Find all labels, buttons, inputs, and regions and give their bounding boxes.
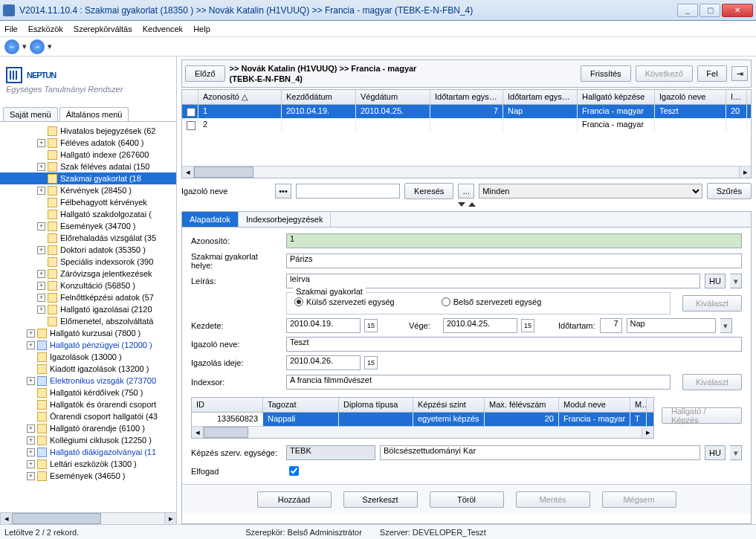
tree-item[interactable]: Hallgató szakdolgozatai (: [0, 208, 176, 220]
pin-button[interactable]: ⇥: [731, 66, 748, 81]
tree-item[interactable]: +Hallgató órarendje (6100 ): [0, 422, 176, 434]
tree-item[interactable]: Hallgatók és órarendi csoport: [0, 398, 176, 410]
grid-scroll-right-icon[interactable]: ▸: [739, 167, 751, 178]
column-header[interactable]: Kezdődátum: [282, 90, 356, 104]
tree-item[interactable]: +Záróvizsga jelentkezések: [0, 268, 176, 280]
radio-belso[interactable]: Belső szervezeti egység: [442, 297, 542, 306]
tree-item[interactable]: Igazolások (13000 ): [0, 351, 176, 363]
hallgato-kepzes-button[interactable]: Hallgató / Képzés: [662, 407, 742, 424]
search-more-button[interactable]: ...: [458, 184, 474, 199]
field-vege[interactable]: 2010.04.25.: [443, 318, 517, 333]
menu-roleswitch[interactable]: Szerepkörváltás: [74, 25, 132, 33]
search-field-picker[interactable]: •••: [275, 184, 291, 199]
field-idotartam-unit[interactable]: Nap: [627, 318, 716, 333]
idotartam-unit-dropdown[interactable]: ▾: [720, 318, 732, 333]
nav-back-button[interactable]: ←: [4, 39, 19, 54]
nav-forward-dropdown[interactable]: ▾: [46, 42, 54, 51]
scope-select[interactable]: Minden: [479, 184, 702, 199]
tree-item[interactable]: Szakmai gyakorlat (18: [0, 172, 176, 184]
tree-item[interactable]: Előrehaladás vizsgálat (35: [0, 232, 176, 244]
tree-item[interactable]: +Hallgató igazolásai (2120: [0, 303, 176, 315]
tree-item[interactable]: +Kérvények (28450 ): [0, 184, 176, 196]
tree-item[interactable]: +Konzultáció (56850 ): [0, 280, 176, 291]
tree-item[interactable]: +Elektronikus vizsgák (273700: [0, 375, 176, 387]
column-header[interactable]: ID: [192, 398, 263, 412]
records-grid[interactable]: Azonosító △KezdődátumVégdátumIdőtartam e…: [181, 89, 752, 178]
checkbox-elfogad[interactable]: [289, 466, 299, 476]
tree-item[interactable]: Hallgató indexe (267600: [0, 149, 176, 161]
tab-indexsorbejegyzesek[interactable]: Indexsorbejegyzések: [239, 212, 331, 227]
tree-item[interactable]: +Események (34700 ): [0, 220, 176, 232]
tab-general-menu[interactable]: Általános menü: [59, 107, 129, 121]
search-input[interactable]: [296, 184, 400, 199]
date-icon-kezdete[interactable]: 15: [364, 319, 378, 332]
radio-kulso[interactable]: Külső szervezeti egység: [294, 297, 395, 306]
field-hely[interactable]: Párizs: [286, 254, 742, 268]
tree-item[interactable]: Hallgatói kérdőívek (750 ): [0, 387, 176, 398]
tree-item[interactable]: +Leltári eszközök (1300 ): [0, 458, 176, 470]
lang-dropdown[interactable]: ▾: [730, 274, 742, 288]
tree-item[interactable]: +Doktori adatok (35350 ): [0, 244, 176, 256]
tree-item[interactable]: +Hallgató diákigazolványai (11: [0, 446, 176, 458]
tree-item[interactable]: +Felnőttképzési adatok (57: [0, 291, 176, 303]
table-row[interactable]: 12010.04.19.2010.04.25.7NapFrancia - mag…: [182, 105, 751, 118]
tree-item[interactable]: +Kollégiumi ciklusok (12250 ): [0, 434, 176, 446]
subgrid-scroll-left-icon[interactable]: ◂: [192, 427, 204, 438]
indexsor-grid[interactable]: IDTagozatDiploma típusaKépzési szintMax.…: [191, 397, 654, 439]
minimize-button[interactable]: _: [677, 4, 698, 17]
cancel-button[interactable]: Mégsem: [602, 491, 676, 508]
field-azonosito[interactable]: 1: [286, 233, 742, 248]
add-button[interactable]: Hozzáad: [257, 491, 332, 508]
edit-button[interactable]: Szerkeszt: [343, 491, 418, 508]
tree-item[interactable]: +Szak féléves adatai (150: [0, 161, 176, 172]
up-button[interactable]: Fel: [697, 65, 727, 82]
column-header[interactable]: Igazoló neve: [655, 90, 726, 104]
tab-alapadatok[interactable]: Alapadatok: [182, 212, 239, 227]
menu-tools[interactable]: Eszközök: [28, 25, 63, 33]
nav-forward-button[interactable]: →: [30, 39, 45, 54]
column-header[interactable]: Hallgató képzése: [578, 90, 655, 104]
column-header[interactable]: M: [630, 398, 647, 412]
field-idotartam[interactable]: 7: [600, 318, 622, 333]
search-button[interactable]: Keresés: [404, 183, 453, 199]
nav-back-dropdown[interactable]: ▾: [21, 42, 28, 51]
field-igazolasideje[interactable]: 2010.04.26.: [286, 355, 361, 370]
column-header[interactable]: Képzési szint: [413, 398, 485, 412]
field-leiras[interactable]: leírva: [286, 274, 700, 288]
next-button[interactable]: Következő: [636, 65, 693, 82]
field-igazolo[interactable]: Teszt: [286, 337, 742, 352]
lang-dropdown-2[interactable]: ▾: [730, 445, 742, 460]
column-header[interactable]: Időtartam egység ...: [430, 90, 503, 104]
tree-item[interactable]: Félbehagyott kérvények: [0, 196, 176, 208]
split-handle[interactable]: [181, 201, 752, 208]
subgrid-scroll-right-icon[interactable]: ▸: [642, 427, 653, 438]
column-header[interactable]: Végdátum: [356, 90, 430, 104]
table-row[interactable]: 2Francia - magyar: [182, 118, 751, 132]
column-header[interactable]: [182, 90, 198, 104]
grid-scroll-left-icon[interactable]: ◂: [182, 167, 194, 178]
tree-item[interactable]: Órarendi csoport hallgatói (43: [0, 410, 176, 422]
kivalaszt-button-2[interactable]: Kiválaszt: [682, 374, 742, 390]
tree-hscrollbar[interactable]: ◂ ▸: [0, 512, 176, 524]
prev-button[interactable]: Előző: [185, 65, 225, 82]
column-header[interactable]: Iga: [726, 90, 747, 104]
tree-item[interactable]: Kiadott igazolások (13200 ): [0, 363, 176, 375]
field-kezdete[interactable]: 2010.04.19.: [286, 318, 361, 333]
tree-item[interactable]: +Események (34650 ): [0, 470, 176, 482]
date-icon-igazolas[interactable]: 15: [364, 356, 378, 369]
column-header[interactable]: Azonosító △: [198, 90, 282, 104]
tree-item[interactable]: +Hallgató kurzusai (7800 ): [0, 327, 176, 339]
column-header[interactable]: Tagozat: [263, 398, 339, 412]
tree-item[interactable]: Előmenetel, abszolváltatá: [0, 315, 176, 327]
save-button[interactable]: Mentés: [516, 491, 590, 508]
delete-button[interactable]: Töröl: [430, 491, 504, 508]
menu-file[interactable]: File: [4, 25, 18, 33]
tab-own-menu[interactable]: Saját menü: [3, 107, 58, 121]
field-indexsor[interactable]: A francia filmművészet: [286, 375, 671, 390]
column-header[interactable]: Modul neve: [559, 398, 630, 412]
tree-item[interactable]: +Hallgató pénzügyei (12000 ): [0, 339, 176, 351]
kivalaszt-button-1[interactable]: Kiválaszt: [682, 295, 742, 312]
refresh-button[interactable]: Frissítés: [581, 65, 631, 82]
column-header[interactable]: Max. félévszám: [485, 398, 559, 412]
menu-help[interactable]: Help: [193, 25, 210, 33]
